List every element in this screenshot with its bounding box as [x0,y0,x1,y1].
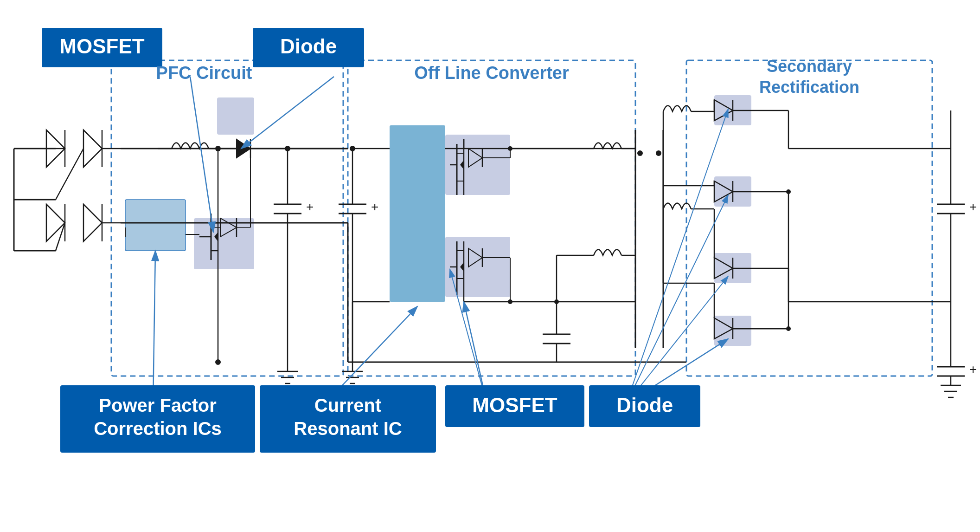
svg-text:Current: Current [314,395,381,415]
svg-marker-21 [83,130,102,167]
svg-point-163 [786,326,791,331]
svg-marker-36 [237,139,250,158]
svg-line-173 [626,195,728,404]
svg-rect-12 [125,200,186,251]
svg-marker-19 [46,204,65,241]
svg-line-165 [190,77,213,232]
svg-text:MOSFET: MOSFET [59,35,144,58]
svg-text:Diode: Diode [280,35,337,58]
svg-rect-3 [217,97,254,135]
svg-point-162 [786,189,791,194]
svg-marker-23 [83,204,102,241]
svg-line-167 [153,251,155,404]
svg-line-26 [56,149,83,200]
svg-text:MOSFET: MOSFET [472,394,557,416]
svg-text:Diode: Diode [616,394,673,416]
svg-point-123 [656,150,661,156]
svg-point-40 [215,146,221,151]
svg-text:Power Factor: Power Factor [99,395,216,415]
svg-text:Off Line Converter: Off Line Converter [414,63,569,83]
svg-text:Secondary: Secondary [767,57,852,76]
svg-rect-4 [194,218,254,269]
svg-point-53 [215,359,221,365]
svg-text:PFC Circuit: PFC Circuit [156,63,252,83]
svg-text:+: + [969,200,977,214]
svg-point-122 [637,150,643,156]
svg-text:Resonant IC: Resonant IC [294,418,402,439]
svg-text:Rectification: Rectification [759,78,859,97]
svg-point-57 [285,146,290,151]
svg-text:+: + [969,362,977,376]
svg-line-166 [241,77,334,149]
main-container: + + [0,0,980,532]
svg-line-172 [626,276,728,404]
svg-rect-11 [390,125,445,302]
svg-text:+: + [306,200,314,214]
svg-text:+: + [371,200,378,214]
svg-text:Correction ICs: Correction ICs [94,418,222,439]
